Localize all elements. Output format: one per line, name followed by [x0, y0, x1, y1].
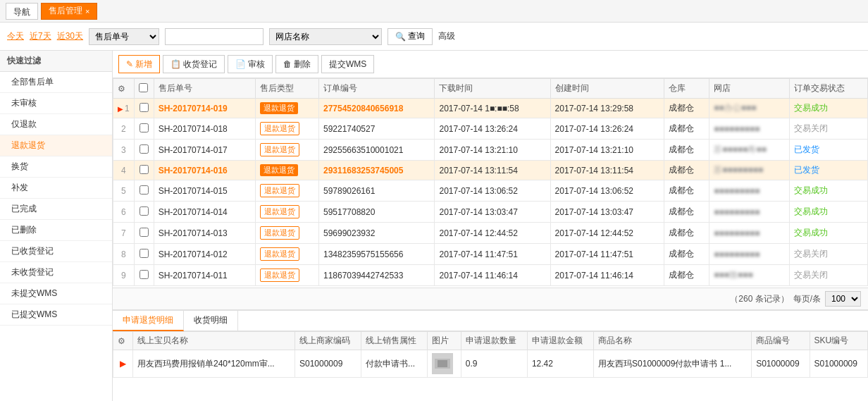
row-settings: 8 [113, 244, 135, 265]
row-id: SH-20170714-018 [154, 118, 256, 140]
tab-refund-detail[interactable]: 申请退货明细 [113, 311, 184, 331]
settings-icon[interactable]: ⚙ [118, 84, 125, 94]
row-settings: 3 [113, 140, 135, 161]
row-order-no: 13482359575155656 [318, 244, 435, 265]
table-row[interactable]: ▶1 SH-20170714-019 退款退货 2775452084065691… [113, 99, 868, 118]
bcol-amount: 申请退款金额 [527, 332, 593, 350]
sidebar-item-completed[interactable]: 已完成 [0, 199, 112, 220]
sidebar-item-not-submitted-wms[interactable]: 未提交WMS [0, 283, 112, 304]
sidebar-item-all[interactable]: 全部售后单 [0, 72, 112, 93]
row-id: SH-20170714-019 [154, 99, 256, 118]
col-order-no: 订单编号 [318, 79, 435, 99]
table-row[interactable]: 5 SH-20170714-015 退款退货 59789026161 2017-… [113, 180, 868, 202]
brow-qty: 0.9 [461, 350, 527, 378]
row-checkbox[interactable] [134, 99, 154, 118]
per-page-label: 每页/条 [793, 293, 821, 305]
submit-wms-button[interactable]: 提交WMS [321, 55, 374, 73]
row-checkbox[interactable] [134, 223, 154, 244]
col-id: 售后单号 [154, 79, 256, 99]
search-input[interactable] [165, 28, 264, 45]
row-settings: 6 [113, 202, 135, 223]
select-all-checkbox[interactable] [139, 83, 148, 92]
row-store: 苏■■■■■■■■ [709, 161, 790, 180]
row-id: SH-20170714-013 [154, 223, 256, 244]
sidebar-item-exchange[interactable]: 换货 [0, 156, 112, 178]
filter-30days[interactable]: 近30天 [57, 30, 83, 42]
table-row[interactable]: 8 SH-20170714-012 退款退货 13482359575155656… [113, 244, 868, 265]
row-checkbox[interactable] [134, 161, 154, 180]
brow-merchant-code: S01000009 [295, 350, 361, 378]
row-checkbox[interactable] [134, 265, 154, 286]
sidebar-item-received[interactable]: 已收货登记 [0, 241, 112, 262]
table-row[interactable]: 9 SH-20170714-011 退款退货 11867039442742533… [113, 265, 868, 286]
row-create-time: 2017-07-14 13:03:47 [550, 202, 664, 223]
bottom-table-row[interactable]: ▶ 用友西玛费用报销单240*120mm审... S01000009 付款申请书… [113, 350, 868, 378]
row-checkbox[interactable] [134, 202, 154, 223]
bottom-settings-icon[interactable]: ⚙ [118, 336, 125, 346]
row-order-no: 59221740527 [318, 118, 435, 140]
col-create-time: 创建时间 [550, 79, 664, 99]
tab-label: 售后管理 [49, 5, 82, 17]
receive-register-button[interactable]: 📋 收货登记 [163, 55, 225, 73]
row-status: 交易成功 [790, 202, 868, 223]
brow-sku-no: S01000009 [810, 350, 867, 378]
sidebar-item-not-received[interactable]: 未收货登记 [0, 262, 112, 283]
row-checkbox[interactable] [134, 140, 154, 161]
per-page-select[interactable]: 100 [825, 291, 861, 307]
tab-close-button[interactable]: × [85, 7, 89, 16]
row-warehouse: 成都仓 [664, 202, 709, 223]
filter-today[interactable]: 今天 [7, 30, 24, 42]
row-checkbox[interactable] [134, 244, 154, 265]
nav-back-button[interactable]: 导航 [6, 3, 38, 20]
row-settings: ▶1 [113, 99, 135, 118]
row-download-time: 2017-07-14 13:06:52 [435, 180, 550, 202]
sidebar-item-submitted-wms[interactable]: 已提交WMS [0, 304, 112, 326]
sidebar-item-supplement[interactable]: 补发 [0, 178, 112, 199]
row-checkbox[interactable] [134, 180, 154, 202]
row-download-time: 2017-07-14 13:26:24 [435, 118, 550, 140]
table-row[interactable]: 6 SH-20170714-014 退款退货 59517708820 2017-… [113, 202, 868, 223]
col-status: 订单交易状态 [790, 79, 868, 99]
brow-goods-name: 用友西玛S01000009付款申请书 1... [594, 350, 752, 378]
product-thumbnail [432, 353, 453, 374]
row-settings: 5 [113, 180, 135, 202]
row-status: 交易关闭 [790, 244, 868, 265]
field-select[interactable]: 售后单号 [89, 28, 159, 45]
brow-sales-attr: 付款申请书... [361, 350, 428, 378]
row-download-time: 2017-07-14 11:47:51 [435, 244, 550, 265]
row-warehouse: 成都仓 [664, 265, 709, 286]
filter-7days[interactable]: 近7天 [30, 30, 51, 42]
bcol-img: 图片 [428, 332, 461, 350]
bcol-name: 线上宝贝名称 [133, 332, 295, 350]
row-id: SH-20170714-015 [154, 180, 256, 202]
sidebar-item-refund-only[interactable]: 仅退款 [0, 114, 112, 135]
sidebar-item-refund-return[interactable]: 退款退货 [0, 135, 112, 156]
content-area: ✎ 新增 📋 收货登记 📄 审核 🗑 删除 提交WMS [113, 51, 868, 401]
active-tab[interactable]: 售后管理 × [41, 3, 97, 20]
table-row[interactable]: 4 SH-20170714-016 退款退货 29311683253745005… [113, 161, 868, 180]
store-select[interactable]: 网店名称 [269, 28, 382, 45]
sidebar-item-unreviewed[interactable]: 未审核 [0, 93, 112, 114]
row-download-time: 2017-07-14 11:46:14 [435, 265, 550, 286]
row-status: 已发货 [790, 140, 868, 161]
tab-receive-detail[interactable]: 收货明细 [184, 311, 238, 331]
col-warehouse: 仓库 [664, 79, 709, 99]
row-order-no: 11867039442742533 [318, 265, 435, 286]
delete-button[interactable]: 🗑 删除 [275, 55, 318, 73]
table-row[interactable]: 2 SH-20170714-018 退款退货 59221740527 2017-… [113, 118, 868, 140]
bottom-table: ⚙ 线上宝贝名称 线上商家编码 线上销售属性 图片 申请退款数量 申请退款金额 … [113, 331, 868, 378]
table-row[interactable]: 3 SH-20170714-017 退款退货 29255663510001021… [113, 140, 868, 161]
add-button[interactable]: ✎ 新增 [118, 55, 160, 73]
main-table: ⚙ 售后单号 售后类型 订单编号 下载时间 创建时间 仓库 网店 订单交易状态 … [113, 78, 868, 286]
sidebar-item-deleted[interactable]: 已删除 [0, 220, 112, 241]
audit-button[interactable]: 📄 审核 [228, 55, 273, 73]
row-warehouse: 成都仓 [664, 244, 709, 265]
bottom-table-wrap: ⚙ 线上宝贝名称 线上商家编码 线上销售属性 图片 申请退款数量 申请退款金额 … [113, 331, 868, 401]
row-download-time: 2017-07-14 13:21:10 [435, 140, 550, 161]
table-row[interactable]: 7 SH-20170714-013 退款退货 59699023932 2017-… [113, 223, 868, 244]
advanced-button[interactable]: 高级 [438, 30, 455, 42]
query-button[interactable]: 🔍 查询 [388, 28, 433, 45]
row-download-time: 2017-07-14 13:03:47 [435, 202, 550, 223]
pagination: （260 条记录） 每页/条 100 [113, 288, 868, 309]
row-checkbox[interactable] [134, 118, 154, 140]
